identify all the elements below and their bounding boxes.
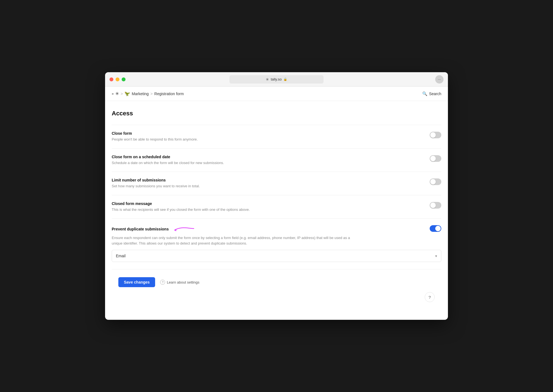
breadcrumb-sep-2: > [150,92,153,96]
search-icon: 🔍 [422,91,427,96]
close-form-scheduled-title: Close form on a scheduled date [112,155,423,159]
breadcrumb: » ✳ > 🦖 Marketing > Registration form [112,91,184,96]
close-form-scheduled-row: Close form on a scheduled date Schedule … [112,148,441,172]
duplicate-field-dropdown[interactable]: Email ▾ [112,250,441,262]
url-bar[interactable]: ✳ tally.so 🔒 [229,75,324,84]
tally-star-icon: ✳ [266,77,269,82]
close-form-info: Close form People won't be able to respo… [112,131,423,142]
url-text: tally.so [271,77,282,81]
help-button[interactable]: ? [425,292,435,302]
closed-form-message-toggle[interactable] [430,202,441,209]
close-form-title: Close form [112,131,423,136]
dropdown-value: Email [116,254,126,258]
tally-home-icon[interactable]: ✳ [115,91,119,96]
prevent-duplicates-toggle[interactable] [430,225,441,232]
breadcrumb-sep-1: > [121,92,123,96]
close-form-desc: People won't be able to respond to this … [112,137,361,142]
close-form-toggle[interactable] [430,132,441,138]
search-button[interactable]: 🔍 Search [422,91,441,96]
titlebar: ✳ tally.so 🔒 ··· [105,72,448,87]
lock-icon: 🔒 [283,77,287,81]
browser-menu-button[interactable]: ··· [435,75,444,84]
closed-form-message-title: Closed form message [112,201,423,206]
close-button[interactable] [109,77,113,81]
learn-label: Learn about settings [167,280,199,284]
page-title: Access [112,110,441,117]
close-form-scheduled-toggle[interactable] [430,155,441,162]
prevent-duplicates-section: Prevent duplicate submissions Ensure eac… [112,218,441,268]
help-icon: ? [429,295,431,300]
limit-submissions-title: Limit number of submissions [112,178,423,182]
maximize-button[interactable] [122,77,126,81]
closed-form-message-info: Closed form message This is what the rec… [112,201,423,212]
workspace-emoji-icon: 🦖 [124,91,130,96]
prevent-duplicates-desc: Ensure each respondent can only submit t… [112,235,361,246]
breadcrumb-workspace[interactable]: Marketing [132,92,148,96]
learn-about-settings-link[interactable]: ? Learn about settings [160,280,199,285]
traffic-lights [109,77,126,81]
limit-submissions-toggle[interactable] [430,178,441,185]
browser-window: ✳ tally.so 🔒 ··· » ✳ > 🦖 Marketing > Reg… [105,72,448,320]
info-circle-icon: ? [160,280,165,285]
main-content: Access Close form People won't be able t… [105,101,448,320]
prevent-duplicates-title: Prevent duplicate submissions [112,227,169,231]
pink-arrow-annotation [173,225,195,233]
prevent-duplicates-header: Prevent duplicate submissions Ensure eac… [112,225,441,246]
navbar: » ✳ > 🦖 Marketing > Registration form 🔍 … [105,87,448,101]
limit-submissions-info: Limit number of submissions Set how many… [112,178,423,189]
closed-form-message-desc: This is what the recipients will see if … [112,207,361,212]
search-label: Search [429,92,441,96]
breadcrumb-current: Registration form [154,92,184,96]
closed-form-message-row: Closed form message This is what the rec… [112,195,441,219]
close-form-row: Close form People won't be able to respo… [112,125,441,148]
nav-expand-icon[interactable]: » [112,92,114,96]
chevron-down-icon: ▾ [435,254,437,258]
prevent-duplicates-info: Prevent duplicate submissions Ensure eac… [112,225,423,246]
close-form-scheduled-info: Close form on a scheduled date Schedule … [112,155,423,166]
footer-actions: Save changes ? Learn about settings [112,269,441,287]
close-form-scheduled-desc: Schedule a date on which the form will b… [112,160,361,166]
help-btn-wrap: ? [112,287,441,309]
prevent-duplicates-title-row: Prevent duplicate submissions [112,225,423,233]
ellipsis-icon: ··· [438,77,441,81]
minimize-button[interactable] [116,77,119,81]
limit-submissions-desc: Set how many submissions you want to rec… [112,183,361,189]
limit-submissions-row: Limit number of submissions Set how many… [112,172,441,195]
save-changes-button[interactable]: Save changes [118,277,155,287]
